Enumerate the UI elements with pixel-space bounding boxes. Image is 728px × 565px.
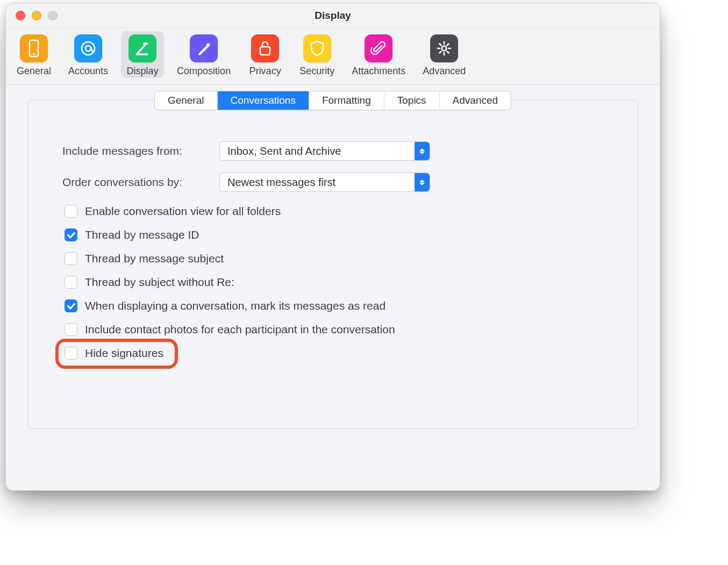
svg-line-12 (440, 44, 441, 46)
checkbox-enable_all_folders[interactable]: Enable conversation view for all folders (65, 205, 603, 218)
svg-line-15 (440, 52, 441, 53)
toolbar-display-label: Display (127, 66, 159, 77)
toolbar-attachments[interactable]: Attachments (347, 31, 410, 78)
subtab-formatting[interactable]: Formatting (309, 91, 384, 110)
toolbar-accounts[interactable]: Accounts (64, 31, 112, 78)
toolbar-privacy-label: Privacy (249, 66, 281, 77)
toolbar-composition-label: Composition (177, 66, 231, 77)
display-icon (129, 34, 156, 62)
svg-rect-1 (30, 40, 38, 56)
checkbox-box-icon (65, 252, 77, 265)
updown-arrows-icon (415, 142, 430, 160)
checkbox-contact_photos[interactable]: Include contact photos for each particip… (65, 323, 603, 336)
svg-line-13 (447, 52, 449, 53)
close-window-button[interactable] (16, 11, 25, 20)
toolbar-advanced[interactable]: Advanced (418, 31, 470, 78)
toolbar-general[interactable]: General (12, 31, 55, 78)
checkbox-thread_subject[interactable]: Thread by message subject (65, 252, 603, 265)
include-messages-select[interactable]: Inbox, Sent and Archive (219, 141, 430, 161)
checkbox-list: Enable conversation view for all folders… (62, 205, 603, 360)
svg-line-14 (447, 44, 449, 46)
toolbar-accounts-label: Accounts (68, 66, 108, 77)
checkbox-box-icon (65, 347, 77, 360)
checkbox-box-icon (65, 299, 77, 312)
svg-point-2 (33, 53, 35, 55)
checkbox-label: Include contact photos for each particip… (85, 323, 395, 336)
attachments-icon (365, 34, 392, 62)
svg-rect-6 (260, 47, 270, 55)
general-icon (20, 34, 48, 62)
content-area: General Conversations Formatting Topics … (6, 85, 660, 490)
toolbar-advanced-label: Advanced (423, 66, 466, 77)
toolbar-composition[interactable]: Composition (173, 31, 235, 78)
order-by-value: Newest messages first (227, 176, 336, 189)
preferences-toolbar: General Accounts Display Composition Pri (6, 28, 660, 85)
composition-icon (190, 34, 218, 62)
settings-panel: General Conversations Formatting Topics … (27, 100, 638, 429)
privacy-icon (251, 34, 279, 62)
checkbox-thread_subject_nore[interactable]: Thread by subject without Re: (65, 276, 603, 289)
checkbox-box-icon (65, 323, 77, 336)
checkbox-box-icon (65, 228, 77, 241)
titlebar: Display (6, 3, 660, 28)
checkbox-label: Enable conversation view for all folders (85, 205, 281, 218)
checkbox-label: Thread by message ID (85, 228, 199, 241)
subtab-topics[interactable]: Topics (384, 91, 440, 110)
checkbox-mark_as_read[interactable]: When displaying a conversation, mark its… (65, 299, 603, 312)
checkbox-label: Thread by message subject (85, 252, 224, 265)
minimize-window-button[interactable] (32, 11, 41, 20)
accounts-icon (74, 34, 102, 62)
checkbox-label: Thread by subject without Re: (85, 276, 234, 289)
window-controls (16, 11, 58, 20)
include-messages-value: Inbox, Sent and Archive (227, 145, 341, 158)
row-order-by: Order conversations by: Newest messages … (62, 173, 603, 192)
row-include-messages: Include messages from: Inbox, Sent and A… (62, 141, 603, 161)
subtab-advanced[interactable]: Advanced (440, 91, 511, 110)
display-subtabs: General Conversations Formatting Topics … (154, 91, 511, 110)
toolbar-security[interactable]: Security (295, 31, 339, 78)
checkbox-hide_signatures[interactable]: Hide signatures (65, 347, 603, 360)
toolbar-privacy[interactable]: Privacy (244, 31, 287, 78)
toolbar-security-label: Security (299, 66, 334, 77)
toolbar-attachments-label: Attachments (352, 66, 405, 77)
conversations-form: Include messages from: Inbox, Sent and A… (28, 122, 638, 360)
include-messages-label: Include messages from: (62, 145, 211, 158)
order-by-select[interactable]: Newest messages first (219, 173, 430, 192)
subtab-conversations[interactable]: Conversations (217, 91, 309, 110)
toolbar-general-label: General (17, 66, 51, 77)
advanced-icon (430, 34, 458, 62)
preferences-window: Display General Accounts Display Compo (5, 3, 660, 491)
zoom-window-button[interactable] (48, 11, 58, 20)
checkbox-box-icon (65, 276, 77, 289)
checkbox-label: When displaying a conversation, mark its… (85, 299, 386, 312)
svg-point-4 (85, 46, 91, 51)
svg-point-3 (82, 42, 95, 55)
updown-arrows-icon (415, 173, 430, 191)
subtab-general[interactable]: General (155, 91, 218, 110)
checkbox-thread_msgid[interactable]: Thread by message ID (65, 228, 603, 241)
window-title: Display (315, 10, 351, 22)
toolbar-display[interactable]: Display (121, 31, 164, 78)
checkbox-label: Hide signatures (85, 347, 163, 360)
checkbox-box-icon (65, 205, 77, 218)
svg-rect-5 (206, 43, 210, 47)
order-by-label: Order conversations by: (62, 176, 211, 189)
svg-point-7 (442, 46, 446, 51)
security-icon (303, 34, 331, 62)
